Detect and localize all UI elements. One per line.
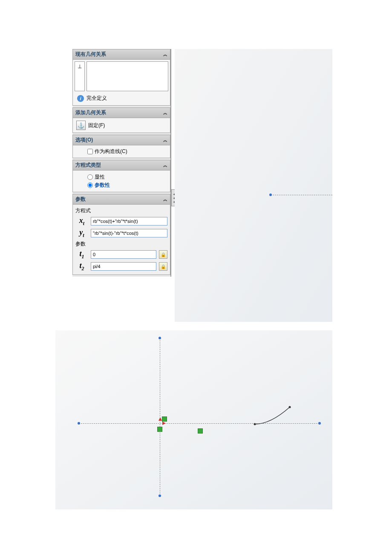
axis-endpoint-right[interactable] bbox=[318, 422, 321, 425]
equation-type-body: 显性 参数性 bbox=[73, 171, 170, 192]
property-panel: 现有几何关系 ︽ ⊥ i 完全定义 添加几何关系 ︽ ⚓ 固定(F) bbox=[72, 49, 171, 277]
t1-symbol: t1 bbox=[75, 249, 88, 260]
t2-row: t2 🔒 bbox=[75, 261, 167, 272]
xt-symbol: xt bbox=[75, 216, 88, 227]
relations-list[interactable] bbox=[86, 61, 168, 91]
options-section: 选项(O) ︽ 作为构造线(C) bbox=[72, 135, 170, 158]
relation-type-icon-box[interactable]: ⊥ bbox=[75, 61, 85, 91]
construction-line-label: 作为构造线(C) bbox=[95, 148, 127, 155]
options-body: 作为构造线(C) bbox=[73, 145, 170, 158]
existing-relations-section: 现有几何关系 ︽ ⊥ i 完全定义 bbox=[72, 49, 170, 106]
parametric-radio[interactable] bbox=[87, 182, 93, 188]
t1-row: t1 🔒 bbox=[75, 249, 167, 260]
collapse-icon[interactable]: ︽ bbox=[163, 197, 167, 202]
definition-status-row: i 完全定义 bbox=[75, 93, 168, 104]
params-sublabel: 参数 bbox=[75, 240, 167, 249]
axis-endpoint[interactable] bbox=[269, 194, 272, 196]
parameters-header[interactable]: 参数 ︽ bbox=[73, 194, 170, 205]
definition-status-text: 完全定义 bbox=[86, 95, 107, 102]
constraint-badge[interactable] bbox=[198, 428, 203, 434]
axis-endpoint-top[interactable] bbox=[159, 337, 161, 339]
svg-point-1 bbox=[289, 406, 291, 408]
yt-row: yt bbox=[75, 228, 167, 239]
xt-input[interactable] bbox=[91, 217, 167, 225]
fix-relation-button[interactable]: ⚓ 固定(F) bbox=[75, 120, 168, 131]
options-title: 选项(O) bbox=[75, 136, 93, 144]
centerline-horizontal bbox=[271, 195, 332, 195]
constraint-badge[interactable] bbox=[157, 427, 162, 432]
axis-endpoint-bottom[interactable] bbox=[159, 494, 161, 497]
fix-label: 固定(F) bbox=[88, 122, 105, 129]
xt-row: xt bbox=[75, 216, 167, 227]
involute-curve[interactable] bbox=[254, 405, 292, 426]
centerline-vertical bbox=[160, 338, 160, 496]
collapse-icon[interactable]: ︽ bbox=[163, 137, 167, 143]
t1-lock-button[interactable]: 🔒 bbox=[159, 250, 167, 259]
parameters-section: 参数 ︽ 方程式 xt yt 参数 t1 🔒 t2 🔒 bbox=[72, 194, 170, 275]
existing-relations-header[interactable]: 现有几何关系 ︽ bbox=[73, 49, 170, 60]
t2-symbol: t2 bbox=[75, 261, 88, 272]
explicit-radio[interactable] bbox=[87, 174, 93, 180]
equation-type-title: 方程式类型 bbox=[75, 162, 101, 169]
parameters-title: 参数 bbox=[75, 196, 86, 203]
viewport-top[interactable] bbox=[175, 49, 332, 322]
collapse-icon[interactable]: ︽ bbox=[163, 52, 167, 58]
perpendicular-icon: ⊥ bbox=[78, 64, 82, 69]
x-axis-arrow-icon bbox=[162, 422, 166, 425]
add-relations-header[interactable]: 添加几何关系 ︽ bbox=[73, 108, 170, 118]
t1-input[interactable] bbox=[91, 250, 156, 259]
equation-label: 方程式 bbox=[75, 206, 167, 216]
parametric-label: 参数性 bbox=[95, 182, 110, 189]
add-relations-section: 添加几何关系 ︽ ⚓ 固定(F) bbox=[72, 107, 170, 133]
explicit-label: 显性 bbox=[95, 173, 105, 181]
collapse-icon[interactable]: ︽ bbox=[163, 162, 167, 168]
y-axis-arrow-icon bbox=[159, 417, 162, 421]
parameters-body: 方程式 xt yt 参数 t1 🔒 t2 🔒 bbox=[73, 205, 170, 275]
collapse-icon[interactable]: ︽ bbox=[163, 110, 167, 116]
constraint-badge[interactable] bbox=[162, 416, 167, 422]
construction-line-checkbox[interactable] bbox=[87, 149, 93, 154]
existing-relations-body: ⊥ i 完全定义 bbox=[73, 60, 170, 105]
equation-type-section: 方程式类型 ︽ 显性 参数性 bbox=[72, 160, 170, 192]
svg-point-0 bbox=[254, 423, 256, 425]
t2-input[interactable] bbox=[91, 262, 156, 271]
add-relations-body: ⚓ 固定(F) bbox=[73, 118, 170, 133]
anchor-icon: ⚓ bbox=[76, 121, 86, 130]
equation-type-header[interactable]: 方程式类型 ︽ bbox=[73, 160, 170, 171]
existing-relations-title: 现有几何关系 bbox=[75, 51, 106, 58]
add-relations-title: 添加几何关系 bbox=[75, 109, 106, 116]
yt-input[interactable] bbox=[91, 229, 167, 237]
viewport-bottom[interactable] bbox=[55, 330, 332, 509]
t2-lock-button[interactable]: 🔒 bbox=[159, 262, 167, 271]
info-icon: i bbox=[77, 95, 84, 102]
options-header[interactable]: 选项(O) ︽ bbox=[73, 135, 170, 145]
axis-endpoint-left[interactable] bbox=[78, 422, 80, 425]
yt-symbol: yt bbox=[75, 228, 88, 239]
